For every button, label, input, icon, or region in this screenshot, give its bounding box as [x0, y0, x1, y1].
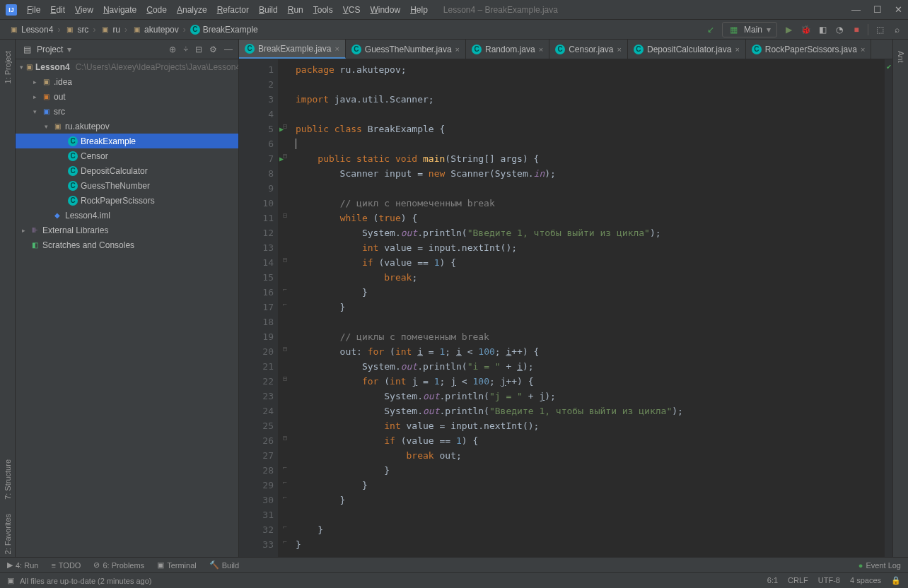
tree-ext-libs[interactable]: ▸⊪External Libraries	[16, 223, 238, 237]
code-line[interactable]: System.out.println("Введите 1, чтобы вый…	[296, 225, 884, 240]
collapse-all-icon[interactable]: ⊟	[195, 45, 202, 54]
debug-icon[interactable]: 🐞	[800, 24, 811, 35]
tree-class-breakexample[interactable]: CBreakExample	[16, 134, 238, 148]
line-number[interactable]: 17	[239, 300, 274, 314]
close-tab-icon[interactable]: ×	[455, 45, 460, 54]
error-stripe[interactable]: ✔	[884, 59, 892, 557]
line-number[interactable]: 4	[239, 107, 274, 122]
tool-build[interactable]: 🔨Build	[209, 560, 239, 570]
close-tab-icon[interactable]: ×	[334, 45, 339, 53]
tab-rockpaperscissors[interactable]: CRockPaperScissors.java×	[746, 40, 872, 59]
tab-guessthenumber[interactable]: CGuessTheNumber.java×	[346, 40, 466, 59]
breadcrumb-item[interactable]: ▣src	[62, 25, 91, 35]
line-number[interactable]: 19	[239, 329, 274, 344]
close-icon[interactable]: ✕	[895, 4, 902, 15]
close-tab-icon[interactable]: ×	[617, 45, 622, 54]
code-line[interactable]	[296, 181, 884, 196]
code-line[interactable]	[296, 507, 884, 522]
menu-window[interactable]: Window	[366, 4, 404, 16]
breadcrumb-item[interactable]: ▣Lesson4	[6, 25, 56, 35]
expand-all-icon[interactable]: ÷	[183, 45, 188, 54]
line-number[interactable]: 1	[239, 62, 274, 77]
tree-root[interactable]: ▾▣ Lesson4 C:\Users\Alexey\IdeaProjects\…	[16, 59, 238, 74]
hide-icon[interactable]: ―	[224, 45, 233, 54]
code-line[interactable]: break;	[296, 270, 884, 285]
line-number[interactable]: 22	[239, 374, 274, 389]
project-title[interactable]: Project	[37, 45, 63, 54]
readonly-lock-icon[interactable]: 🔒	[891, 576, 901, 585]
tool-window-quick-icon[interactable]: ▣	[7, 576, 14, 585]
file-encoding[interactable]: UTF-8	[818, 576, 840, 585]
gutter[interactable]: 1234567891011121314151617181920212223242…	[239, 59, 279, 557]
line-number[interactable]: 25	[239, 418, 274, 433]
tree-class-guessthenumber[interactable]: CGuessTheNumber	[16, 178, 238, 193]
code-line[interactable]: }	[296, 478, 884, 493]
code-line[interactable]: }	[296, 537, 884, 552]
code-line[interactable]: // цикл с непомеченным break	[296, 196, 884, 211]
code-line[interactable]: import java.util.Scanner;	[296, 92, 884, 107]
code-line[interactable]: int value = input.nextInt();	[296, 240, 884, 255]
line-number[interactable]: 27	[239, 448, 274, 463]
line-number[interactable]: 32	[239, 522, 274, 537]
maximize-icon[interactable]: ☐	[873, 4, 882, 15]
fold-marker[interactable]: ⊟	[279, 208, 291, 223]
code-line[interactable]	[296, 136, 884, 151]
line-number[interactable]: 5	[239, 122, 274, 136]
gear-icon[interactable]: ⚙	[209, 45, 217, 54]
tool-run[interactable]: ▶4: Run	[7, 560, 38, 570]
tree-class-depositcalculator[interactable]: CDepositCalculator	[16, 163, 238, 178]
fold-marker[interactable]: ⊟	[279, 341, 291, 356]
line-number[interactable]: 31	[239, 507, 274, 522]
menu-code[interactable]: Code	[142, 4, 171, 16]
line-number[interactable]: 20	[239, 344, 274, 359]
line-number[interactable]: 12	[239, 225, 274, 240]
favorites-tool-button[interactable]: 2: Favorites	[4, 511, 12, 557]
close-tab-icon[interactable]: ×	[735, 45, 739, 54]
breadcrumb-item[interactable]: ▣akutepov	[129, 25, 182, 35]
line-number[interactable]: 30	[239, 493, 274, 507]
menu-edit[interactable]: Edit	[46, 4, 69, 16]
run-config-selector[interactable]: ▦ Main ▾	[722, 22, 777, 37]
code-line[interactable]: public class BreakExample {	[296, 122, 884, 136]
close-tab-icon[interactable]: ×	[539, 45, 543, 54]
menu-analyze[interactable]: Analyze	[173, 4, 211, 16]
build-arrow-icon[interactable]: ↙	[705, 24, 716, 35]
line-number[interactable]: 16	[239, 285, 274, 300]
line-number[interactable]: 33	[239, 537, 274, 552]
line-number[interactable]: 8	[239, 166, 274, 181]
code-line[interactable]: package ru.akutepov;	[296, 62, 884, 77]
code-line[interactable]: }	[296, 493, 884, 507]
code-line[interactable]: out: for (int i = 1; i < 100; i++) {	[296, 344, 884, 359]
code-line[interactable]: System.out.println("i = " + i);	[296, 359, 884, 374]
minimize-icon[interactable]: ―	[851, 4, 861, 15]
select-opened-icon[interactable]: ⊕	[169, 45, 176, 54]
tool-problems[interactable]: ⊘6: Problems	[93, 560, 144, 570]
chevron-down-icon[interactable]: ▾	[67, 45, 71, 54]
menu-help[interactable]: Help	[406, 4, 432, 16]
breadcrumb-item[interactable]: CBreakExample	[187, 25, 261, 35]
code-line[interactable]: System.out.println("j = " + j);	[296, 389, 884, 404]
indent-setting[interactable]: 4 spaces	[850, 576, 881, 585]
project-tree[interactable]: ▾▣ Lesson4 C:\Users\Alexey\IdeaProjects\…	[16, 59, 238, 557]
profile-icon[interactable]: ◔	[834, 24, 845, 35]
line-number[interactable]: 14	[239, 255, 274, 270]
code-line[interactable]	[296, 77, 884, 92]
line-number[interactable]: 26	[239, 433, 274, 448]
code-line[interactable]	[296, 314, 884, 329]
code-line[interactable]	[296, 107, 884, 122]
tree-out[interactable]: ▸▣out	[16, 89, 238, 104]
ant-tool-button[interactable]: Ant	[897, 48, 905, 66]
stop-icon[interactable]: ■	[851, 24, 862, 35]
code-line[interactable]: if (value == 1) {	[296, 255, 884, 270]
line-number[interactable]: 23	[239, 389, 274, 404]
update-icon[interactable]: ⬚	[874, 24, 885, 35]
tree-idea[interactable]: ▸▣.idea	[16, 74, 238, 89]
menu-tools[interactable]: Tools	[309, 4, 337, 16]
tree-scratches[interactable]: ◧Scratches and Consoles	[16, 237, 238, 252]
tree-iml[interactable]: ◆Lesson4.iml	[16, 208, 238, 223]
tab-breakexample[interactable]: CBreakExample.java×	[239, 40, 346, 59]
menu-navigate[interactable]: Navigate	[99, 4, 141, 16]
line-number[interactable]: 7	[239, 151, 274, 166]
code-editor[interactable]: package ru.akutepov;import java.util.Sca…	[291, 59, 884, 557]
code-line[interactable]: public static void main(String[] args) {	[296, 151, 884, 166]
